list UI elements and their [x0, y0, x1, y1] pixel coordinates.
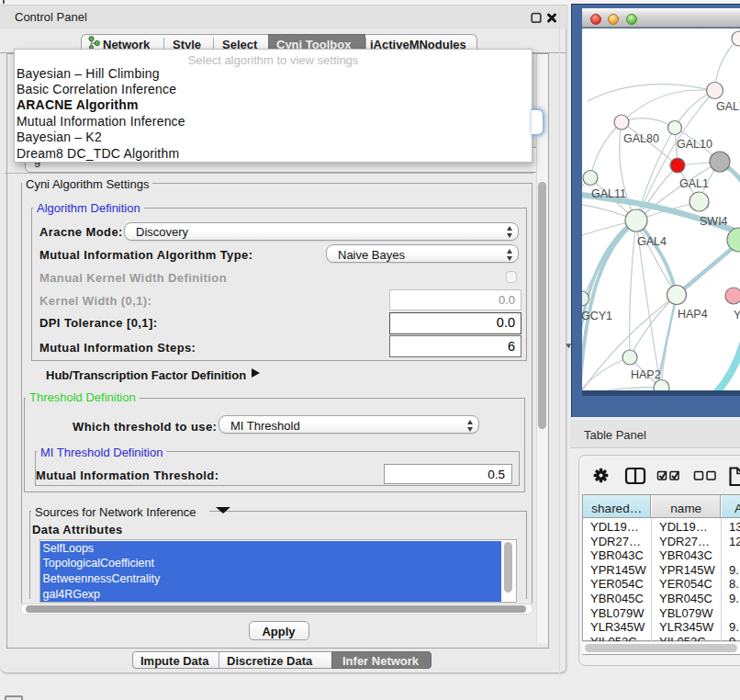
svg-text:HAP2: HAP2	[631, 368, 661, 381]
svg-text:GAL80: GAL80	[623, 132, 659, 145]
svg-text:GAL1: GAL1	[679, 177, 709, 190]
svg-text:GAL4: GAL4	[637, 235, 667, 248]
svg-text:HAP4: HAP4	[678, 308, 708, 321]
svg-text:YM: YM	[734, 309, 740, 322]
svg-text:GAL10: GAL10	[677, 138, 712, 151]
svg-text:GAL11: GAL11	[591, 187, 626, 200]
svg-text:SWI4: SWI4	[700, 215, 728, 228]
svg-text:GCY1: GCY1	[582, 310, 612, 322]
svg-text:GAL7: GAL7	[716, 100, 740, 113]
